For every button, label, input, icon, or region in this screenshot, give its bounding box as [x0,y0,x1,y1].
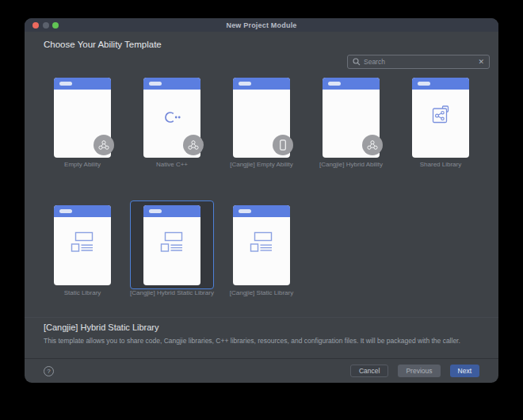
card-header-pill [149,209,162,213]
next-button[interactable]: Next [450,365,479,377]
card-header-bar [233,205,290,217]
window-titlebar: New Project Module [25,18,498,32]
card-header-pill [59,209,72,213]
template-card-cangjie-hybrid-static-library-selected[interactable] [143,205,200,285]
previous-button[interactable]: Previous [398,365,440,377]
card-header-bar [233,78,290,90]
card-header-bar [412,78,469,90]
card-header-bar [54,205,111,217]
new-project-module-window: New Project Module Choose Your Ability T… [25,18,498,383]
template-card-cangjie-empty-ability[interactable] [233,78,290,158]
template-card-empty-ability[interactable] [54,78,111,158]
template-card-native-cpp[interactable] [143,78,200,158]
template-card-cangjie-static-library[interactable] [233,205,290,285]
ability-badge [183,135,204,155]
traffic-lights [32,22,59,29]
template-card-static-library[interactable] [54,205,111,285]
card-header-pill [59,82,72,86]
card-header-bar [143,78,200,90]
hub-icon [366,139,379,151]
ability-badge [273,135,293,155]
template-label: [Cangjie] Empty Ability [217,161,306,168]
template-label: [Cangjie] Static Library [217,289,306,296]
template-label: [Cangjie] Hybrid Static Library [128,289,216,296]
minimize-button[interactable] [43,22,49,29]
phone-icon [277,139,289,151]
zoom-button[interactable] [52,22,59,29]
template-card-cangjie-hybrid-ability[interactable] [323,78,380,158]
card-header-pill [418,82,430,86]
window-title: New Project Module [25,21,498,29]
card-header-pill [149,82,162,86]
template-label: Shared Library [396,161,485,168]
card-header-bar [143,205,200,217]
card-header-pill [328,82,341,86]
card-header-bar [323,78,380,90]
template-label: Empty Ability [38,161,127,168]
ability-badge [362,135,383,155]
description-body: This template allows you to share code, … [44,337,479,346]
search-box[interactable]: ✕ [347,55,490,69]
template-label: [Cangjie] Hybrid Ability [307,161,395,168]
clear-search-icon[interactable]: ✕ [478,59,484,66]
shared-doc-icon [430,105,451,125]
card-header-pill [239,82,251,86]
card-header-bar [54,78,111,90]
library-icon [71,231,94,253]
card-header-pill [239,209,251,213]
template-card-shared-library[interactable] [412,78,469,158]
template-label: Native C++ [128,161,216,168]
help-button[interactable]: ? [44,366,54,376]
page-title: Choose Your Ability Template [44,40,162,49]
library-icon [160,231,184,253]
cancel-button[interactable]: Cancel [350,365,388,377]
template-label: Static Library [38,289,127,296]
hub-icon [97,139,110,151]
close-button[interactable] [32,22,39,29]
search-input[interactable] [364,58,478,66]
cpp-icon [162,111,181,124]
description-title: [Cangjie] Hybrid Static Library [44,323,479,332]
template-description: [Cangjie] Hybrid Static Library This tem… [25,317,498,346]
ability-badge [94,135,114,155]
search-icon [353,58,361,66]
library-icon [250,231,273,253]
hub-icon [187,139,200,151]
footer-bar: ? Cancel Previous Next [25,358,498,383]
